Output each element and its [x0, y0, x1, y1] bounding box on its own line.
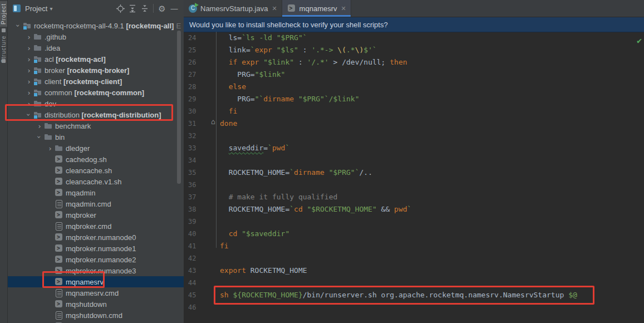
tree-row[interactable]: mqbroker.numanode1: [7, 243, 184, 254]
code-text[interactable]: export ROCKETMQ_HOME: [220, 265, 307, 277]
chevron-right-icon[interactable]: ›: [24, 77, 33, 86]
code-line[interactable]: 42: [184, 252, 644, 265]
chevron-right-icon[interactable]: ›: [24, 32, 33, 41]
editor-tab[interactable]: NamesrvStartup.java✕: [184, 0, 282, 17]
chevron-right-icon[interactable]: ›: [24, 66, 33, 75]
code-text[interactable]: ls=`ls -ld "$PRG"`: [220, 32, 307, 44]
tree-row[interactable]: ›benchmark: [7, 120, 184, 131]
code-text[interactable]: saveddir=`pwd`: [220, 142, 289, 154]
chevron-right-icon[interactable]: ›: [46, 144, 55, 153]
code-line[interactable]: 31done: [184, 118, 644, 130]
code-text[interactable]: else: [220, 81, 246, 93]
tree-row[interactable]: mqshutdown: [7, 298, 184, 310]
locate-file-icon[interactable]: [114, 2, 126, 14]
code-line[interactable]: 43export ROCKETMQ_HOME: [184, 265, 644, 277]
folder-icon: [23, 21, 33, 30]
tree-row[interactable]: ›.idea: [7, 42, 184, 53]
code-line[interactable]: 30 fi: [184, 105, 644, 118]
code-text[interactable]: ROCKETMQ_HOME=`cd "$ROCKETMQ_HOME" && pw…: [220, 203, 411, 216]
expand-all-icon[interactable]: [126, 2, 139, 14]
tree-row[interactable]: ›rocketmq-rocketmq-all-4.9.1 [rocketmq-a…: [7, 20, 184, 31]
path-hint-label: E: [176, 22, 181, 30]
stripe-button-project[interactable]: Project: [0, 1, 7, 27]
code-text[interactable]: link=`expr "$ls" : '.*-> \(.*\)$'`: [220, 44, 377, 56]
chevron-down-icon[interactable]: ›: [14, 21, 23, 30]
code-line[interactable]: 25 link=`expr "$ls" : '.*-> \(.*\)$'`: [184, 44, 644, 56]
shell-file-icon: [55, 211, 65, 219]
code-text[interactable]: PRG="`dirname "$PRG"`/$link": [220, 93, 359, 105]
panel-title[interactable]: Project: [25, 4, 47, 13]
fold-region-end-icon[interactable]: ⌂: [211, 118, 215, 125]
tree-row[interactable]: mqbroker.numanode0: [7, 232, 184, 243]
code-line[interactable]: 36: [184, 179, 644, 191]
module-badge-icon: [23, 26, 27, 30]
tree-row[interactable]: ›client [rocketmq-client]: [7, 76, 184, 87]
structure-stripe-icon[interactable]: [2, 59, 6, 63]
code-line[interactable]: 37 # make it fully qualified: [184, 191, 644, 203]
tab-close-icon[interactable]: ✕: [272, 5, 277, 12]
code-line[interactable]: 38 ROCKETMQ_HOME=`cd "$ROCKETMQ_HOME" &&…: [184, 203, 644, 216]
code-line[interactable]: 34: [184, 154, 644, 167]
code-text[interactable]: # make it fully qualified: [220, 191, 337, 203]
tree-row[interactable]: mqbroker.numanode2: [7, 254, 184, 265]
code-line[interactable]: 40 cd "$saveddir": [184, 228, 644, 240]
tree-row[interactable]: mqbroker: [7, 209, 184, 221]
tree-scrollbar-thumb[interactable]: [177, 31, 181, 184]
line-number: 44: [188, 277, 210, 289]
chevron-down-icon[interactable]: ›: [35, 133, 44, 141]
chevron-right-icon[interactable]: ›: [24, 43, 33, 52]
code-line[interactable]: 24 ls=`ls -ld "$PRG"`: [184, 32, 644, 44]
tree-row[interactable]: os.sh: [7, 321, 184, 323]
project-stripe-icon[interactable]: [2, 28, 6, 32]
settings-gear-icon[interactable]: ⚙: [156, 2, 168, 14]
header-separator: [153, 4, 154, 13]
code-line[interactable]: 32: [184, 130, 644, 142]
chevron-right-icon[interactable]: ›: [24, 88, 33, 97]
chevron-right-icon[interactable]: ›: [24, 55, 33, 63]
line-number: 26: [188, 56, 210, 68]
code-line[interactable]: 29 PRG="`dirname "$PRG"`/$link": [184, 93, 644, 105]
code-line[interactable]: 35 ROCKETMQ_HOME=`dirname "$PRG"`/..: [184, 167, 644, 179]
banner-message: Would you like to install shellcheck to …: [189, 21, 388, 29]
code-line[interactable]: 41fi: [184, 240, 644, 252]
tree-row[interactable]: mqshutdown.cmd: [7, 310, 184, 321]
line-number: 31: [188, 118, 210, 130]
code-viewport[interactable]: 24 ls=`ls -ld "$PRG"`25 link=`expr "$ls"…: [184, 32, 644, 323]
code-text[interactable]: fi: [220, 240, 229, 252]
inspections-ok-icon[interactable]: ✔: [637, 36, 642, 46]
code-line[interactable]: 26 if expr "$link" : '/.*' > /dev/null; …: [184, 56, 644, 68]
stripe-button-structure[interactable]: Structure: [0, 40, 7, 58]
tree-row[interactable]: ›acl [rocketmq-acl]: [7, 53, 184, 65]
code-line[interactable]: 33 saveddir=`pwd`: [184, 142, 644, 154]
code-line[interactable]: 28 else: [184, 81, 644, 93]
tree-row[interactable]: ›dledger: [7, 143, 184, 154]
hide-panel-icon[interactable]: —: [168, 2, 180, 14]
tab-close-icon[interactable]: ✕: [341, 5, 346, 12]
code-text[interactable]: fi: [220, 105, 237, 118]
chevron-down-icon[interactable]: ▾: [50, 6, 52, 12]
tree-row[interactable]: mqadmin.cmd: [7, 198, 184, 209]
tree-item-label: mqbroker.numanode2: [66, 256, 136, 264]
code-text[interactable]: cd "$saveddir": [220, 228, 289, 240]
code-line[interactable]: 27 PRG="$link": [184, 68, 644, 81]
editor-tab[interactable]: mqnamesrv✕: [282, 0, 351, 17]
tree-row[interactable]: cachedog.sh: [7, 154, 184, 165]
tree-row[interactable]: ›bin: [7, 131, 184, 143]
folder-icon: [55, 144, 65, 153]
chevron-right-icon[interactable]: ›: [35, 121, 44, 130]
tree-row[interactable]: mqbroker.cmd: [7, 221, 184, 232]
tree-item-label: common [rocketmq-common]: [45, 89, 144, 97]
code-line[interactable]: 39: [184, 216, 644, 228]
tree-row[interactable]: ›.github: [7, 31, 184, 42]
collapse-all-icon[interactable]: [139, 2, 151, 14]
tree-row[interactable]: ›broker [rocketmq-broker]: [7, 65, 184, 76]
code-text[interactable]: PRG="$link": [220, 68, 285, 81]
tree-row[interactable]: cleancache.sh: [7, 165, 184, 176]
tree-row[interactable]: mqnamesrv.cmd: [7, 287, 184, 298]
tree-row[interactable]: cleancache.v1.sh: [7, 176, 184, 187]
code-text[interactable]: ROCKETMQ_HOME=`dirname "$PRG"`/..: [220, 167, 372, 179]
tree-row[interactable]: mqadmin: [7, 187, 184, 198]
tree-row[interactable]: ›common [rocketmq-common]: [7, 87, 184, 98]
code-text[interactable]: done: [220, 118, 237, 130]
code-text[interactable]: if expr "$link" : '/.*' > /dev/null; the…: [220, 56, 407, 68]
